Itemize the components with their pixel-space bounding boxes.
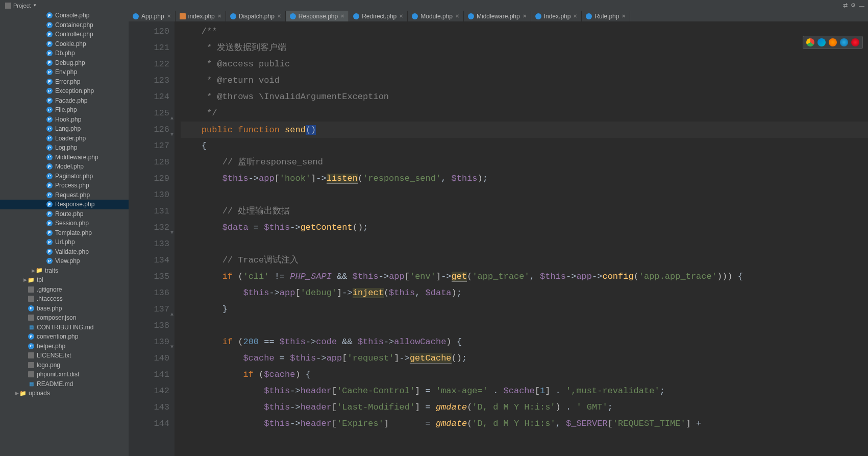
line-number[interactable]: 124 — [131, 89, 169, 105]
tree-item[interactable]: PLog.php — [0, 143, 129, 153]
code-line[interactable]: * @access public — [181, 56, 868, 73]
tree-item[interactable]: PError.php — [0, 77, 129, 87]
code-line[interactable]: } — [181, 301, 868, 318]
tree-item[interactable]: PHook.php — [0, 115, 129, 125]
code-line[interactable]: $this->header['Last-Modified'] = gmdate(… — [181, 399, 868, 416]
tree-item[interactable]: ▶📁uploads — [0, 389, 129, 398]
code-line[interactable]: $this->header['Expires'] = gmdate('D, d … — [181, 416, 868, 432]
code-line[interactable]: $this->app['hook']->listen('response_sen… — [181, 171, 868, 187]
close-icon[interactable]: ✕ — [455, 13, 459, 19]
editor-tab[interactable]: Response.php✕ — [286, 11, 349, 21]
code-line[interactable]: // Trace调试注入 — [181, 252, 868, 269]
fold-icon[interactable]: ▼ — [167, 127, 173, 133]
code-line[interactable]: $this->app['debug']->inject($this, $data… — [181, 285, 868, 301]
tree-item[interactable]: PView.php — [0, 256, 129, 266]
editor-tab[interactable]: App.php✕ — [129, 11, 176, 21]
line-number[interactable]: 136 — [131, 285, 169, 301]
tree-item[interactable]: .gitignore — [0, 285, 129, 295]
close-icon[interactable]: ✕ — [399, 13, 403, 19]
safari-icon[interactable] — [840, 38, 848, 46]
code-line[interactable]: public function send() — [181, 122, 868, 138]
line-number[interactable]: 122 — [131, 56, 169, 73]
line-number[interactable]: 144 — [131, 416, 169, 432]
tree-item[interactable]: PDebug.php — [0, 58, 129, 68]
tree-item[interactable]: PCookie.php — [0, 39, 129, 49]
code-line[interactable] — [181, 236, 868, 252]
line-number[interactable]: 127 — [131, 138, 169, 154]
line-number[interactable]: 134 — [131, 252, 169, 269]
tree-item[interactable]: PFacade.php — [0, 96, 129, 106]
project-sidebar[interactable]: PConsole.phpPContainer.phpPController.ph… — [0, 11, 129, 456]
tree-item[interactable]: PSession.php — [0, 219, 129, 228]
code-line[interactable]: // 处理输出数据 — [181, 203, 868, 220]
tree-item[interactable]: ▦CONTRIBUTING.md — [0, 323, 129, 332]
tree-item[interactable]: Pbase.php — [0, 304, 129, 314]
close-icon[interactable]: ✕ — [340, 13, 344, 19]
tree-item[interactable]: PTemplate.php — [0, 228, 129, 238]
hide-icon[interactable]: — — [859, 3, 864, 9]
tree-item[interactable]: ▶📁traits — [0, 266, 129, 276]
tree-item[interactable]: PPaginator.php — [0, 172, 129, 181]
line-number[interactable]: 129 — [131, 171, 169, 187]
line-number[interactable]: 132▼ — [131, 220, 169, 236]
tree-item[interactable]: PDb.php — [0, 49, 129, 58]
tree-item[interactable]: Phelper.php — [0, 342, 129, 351]
close-icon[interactable]: ✕ — [217, 13, 221, 19]
code-line[interactable] — [181, 187, 868, 203]
close-icon[interactable]: ✕ — [167, 13, 171, 19]
line-number[interactable]: 137▲ — [131, 301, 169, 318]
tree-item[interactable]: ▦README.md — [0, 379, 129, 389]
tree-item[interactable]: ▶📁tpl — [0, 275, 129, 285]
chrome-icon[interactable] — [806, 38, 814, 46]
editor-tab[interactable]: Middleware.php✕ — [464, 11, 531, 21]
tree-item[interactable]: PController.php — [0, 30, 129, 39]
edge-icon[interactable] — [817, 38, 826, 46]
tree-item[interactable]: PResponse.php — [0, 200, 129, 209]
tree-item[interactable]: PRoute.php — [0, 209, 129, 219]
tree-item[interactable]: PLang.php — [0, 124, 129, 134]
code-editor[interactable]: 120121122123124125▲126▼12712812913013113… — [129, 21, 868, 456]
line-number[interactable]: 131 — [131, 203, 169, 220]
code-line[interactable]: if ($cache) { — [181, 367, 868, 383]
line-number[interactable]: 140 — [131, 350, 169, 367]
line-number[interactable]: 138 — [131, 318, 169, 334]
code-line[interactable]: /** — [181, 23, 868, 40]
editor-tab[interactable]: index.php✕ — [176, 11, 226, 21]
code-line[interactable]: * @return void — [181, 73, 868, 89]
tree-item[interactable]: Pconvention.php — [0, 332, 129, 342]
line-number[interactable]: 143 — [131, 399, 169, 416]
line-number[interactable]: 128 — [131, 154, 169, 171]
fold-icon[interactable]: ▼ — [167, 225, 173, 231]
code-line[interactable]: { — [181, 138, 868, 154]
tree-item[interactable]: PUrl.php — [0, 237, 129, 247]
code-line[interactable]: $data = $this->getContent(); — [181, 220, 868, 236]
code-line[interactable]: * 发送数据到客户端 — [181, 40, 868, 56]
line-number[interactable]: 121 — [131, 40, 169, 56]
tree-item[interactable]: phpunit.xml.dist — [0, 370, 129, 379]
line-number[interactable]: 126▼ — [131, 122, 169, 138]
line-number[interactable]: 120 — [131, 23, 169, 40]
tree-item[interactable]: PFile.php — [0, 105, 129, 115]
tree-item[interactable]: PValidate.php — [0, 247, 129, 257]
close-icon[interactable]: ✕ — [523, 13, 527, 19]
gear-icon[interactable]: ⚙ — [851, 2, 856, 9]
editor-tab[interactable]: Redirect.php✕ — [349, 11, 408, 21]
line-number[interactable]: 125▲ — [131, 105, 169, 122]
close-icon[interactable]: ✕ — [573, 13, 577, 19]
tree-item[interactable]: composer.json — [0, 313, 129, 323]
tree-item[interactable]: PProcess.php — [0, 181, 129, 190]
close-icon[interactable]: ✕ — [277, 13, 281, 19]
line-gutter[interactable]: 120121122123124125▲126▼12712812913013113… — [129, 21, 175, 456]
tree-item[interactable]: .htaccess — [0, 294, 129, 304]
fold-icon[interactable]: ▼ — [167, 339, 173, 345]
tree-item[interactable]: PContainer.php — [0, 20, 129, 30]
editor-tab[interactable]: Dispatch.php✕ — [226, 11, 286, 21]
tree-item[interactable]: PMiddleware.php — [0, 153, 129, 162]
tree-item[interactable]: logo.png — [0, 361, 129, 370]
code-line[interactable]: if (200 == $this->code && $this->allowCa… — [181, 334, 868, 350]
code-line[interactable]: * @throws \InvalidArgumentException — [181, 89, 868, 105]
code-area[interactable]: /** * 发送数据到客户端 * @access public * @retur… — [175, 21, 868, 456]
line-number[interactable]: 139▼ — [131, 334, 169, 350]
close-icon[interactable]: ✕ — [622, 13, 626, 19]
fold-icon[interactable]: ▲ — [167, 306, 173, 313]
